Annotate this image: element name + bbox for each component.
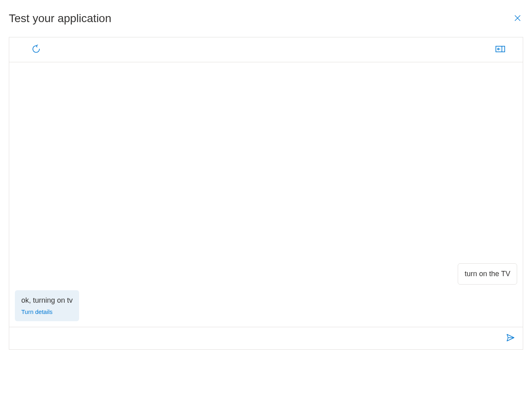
- turn-details-link[interactable]: Turn details: [21, 308, 73, 316]
- chat-panel: turn on the TV ok, turning on tv Turn de…: [9, 37, 523, 350]
- panel-header: Test your application: [9, 12, 523, 25]
- send-button[interactable]: [503, 332, 517, 345]
- input-bar: [9, 327, 523, 349]
- message-text: ok, turning on tv: [21, 296, 73, 304]
- chat-toolbar: [9, 37, 523, 62]
- collapse-panel-icon: [495, 46, 505, 53]
- message-row-user: turn on the TV: [15, 263, 517, 285]
- refresh-button[interactable]: [30, 43, 42, 56]
- page-title: Test your application: [9, 12, 111, 25]
- message-text: turn on the TV: [465, 270, 510, 278]
- refresh-icon: [32, 45, 41, 55]
- messages-area: turn on the TV ok, turning on tv Turn de…: [9, 62, 523, 327]
- collapse-panel-button[interactable]: [494, 44, 507, 55]
- send-icon: [506, 333, 515, 343]
- user-message-bubble: turn on the TV: [458, 263, 517, 285]
- message-row-bot: ok, turning on tv Turn details: [15, 290, 517, 321]
- close-button[interactable]: [512, 12, 523, 25]
- bot-message-bubble: ok, turning on tv Turn details: [15, 290, 79, 321]
- message-input[interactable]: [13, 327, 503, 349]
- close-icon: [514, 14, 522, 23]
